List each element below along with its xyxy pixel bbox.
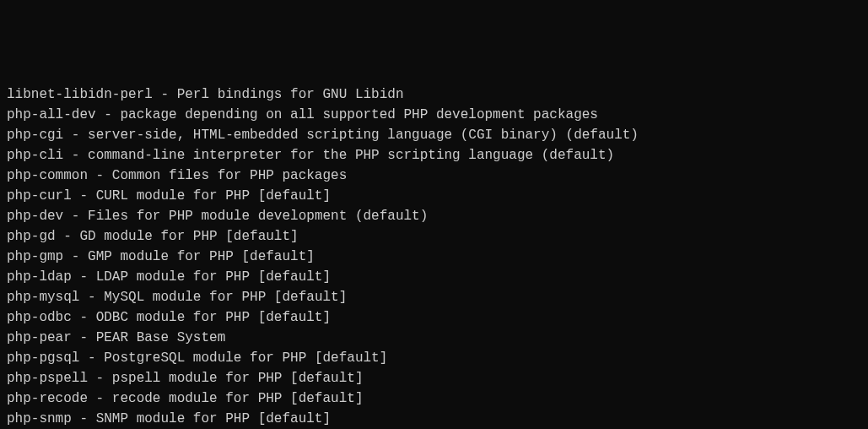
package-description: command-line interpreter for the PHP scr…: [88, 148, 614, 163]
package-line: php-cli - command-line interpreter for t…: [7, 145, 861, 166]
package-line: php-dev - Files for PHP module developme…: [7, 206, 861, 226]
package-description: SNMP module for PHP [default]: [96, 411, 331, 426]
package-description: Files for PHP module development (defaul…: [88, 209, 428, 224]
package-description: Perl bindings for GNU Libidn: [177, 87, 404, 102]
package-description: CURL module for PHP [default]: [96, 188, 331, 204]
package-name: php-pear: [7, 330, 72, 345]
separator: -: [96, 107, 121, 122]
separator: -: [88, 391, 112, 406]
package-line: php-gmp - GMP module for PHP [default]: [7, 247, 861, 267]
package-name: php-dev: [7, 209, 63, 224]
separator: -: [88, 168, 112, 183]
package-name: php-recode: [7, 391, 88, 406]
separator: -: [63, 249, 88, 264]
separator: -: [63, 128, 88, 143]
package-name: libnet-libidn-perl: [7, 87, 153, 102]
package-name: php-gd: [7, 229, 56, 244]
package-description: GD module for PHP [default]: [79, 229, 298, 244]
package-name: php-snmp: [7, 411, 72, 426]
separator: -: [72, 310, 96, 325]
package-description: server-side, HTML-embedded scripting lan…: [88, 128, 639, 143]
separator: -: [63, 148, 88, 163]
package-line: php-pgsql - PostgreSQL module for PHP [d…: [7, 348, 861, 368]
package-name: php-odbc: [7, 310, 72, 325]
separator: -: [72, 188, 96, 204]
separator: -: [56, 229, 80, 244]
package-line: php-mysql - MySQL module for PHP [defaul…: [7, 287, 861, 307]
separator: -: [63, 209, 88, 224]
package-name: php-pspell: [7, 371, 88, 386]
package-line: php-snmp - SNMP module for PHP [default]: [7, 409, 861, 429]
separator: -: [72, 269, 96, 285]
package-line: php-pear - PEAR Base System: [7, 328, 861, 348]
terminal-output: libnet-libidn-perl - Perl bindings for G…: [7, 84, 861, 429]
package-line: php-gd - GD module for PHP [default]: [7, 226, 861, 247]
separator: -: [88, 371, 112, 386]
package-name: php-ldap: [7, 269, 72, 285]
package-name: php-curl: [7, 188, 72, 204]
package-description: LDAP module for PHP [default]: [96, 269, 331, 285]
package-name: php-all-dev: [7, 107, 96, 122]
separator: -: [79, 290, 104, 305]
package-line: php-ldap - LDAP module for PHP [default]: [7, 267, 861, 287]
package-description: MySQL module for PHP [default]: [104, 290, 347, 305]
package-name: php-cgi: [7, 128, 63, 143]
package-name: php-cli: [7, 148, 63, 163]
package-line: php-cgi - server-side, HTML-embedded scr…: [7, 125, 861, 145]
package-line: libnet-libidn-perl - Perl bindings for G…: [7, 84, 861, 105]
separator: -: [153, 87, 177, 102]
package-description: GMP module for PHP [default]: [88, 249, 315, 264]
separator: -: [72, 411, 96, 426]
package-description: PostgreSQL module for PHP [default]: [104, 350, 387, 366]
package-description: recode module for PHP [default]: [112, 391, 364, 406]
package-line: php-common - Common files for PHP packag…: [7, 166, 861, 186]
package-line: php-recode - recode module for PHP [defa…: [7, 388, 861, 409]
package-line: php-pspell - pspell module for PHP [defa…: [7, 368, 861, 388]
package-description: ODBC module for PHP [default]: [96, 310, 331, 325]
separator: -: [79, 350, 104, 366]
package-line: php-curl - CURL module for PHP [default]: [7, 186, 861, 206]
package-description: package depending on all supported PHP d…: [120, 107, 598, 122]
package-name: php-gmp: [7, 249, 63, 264]
separator: -: [72, 330, 96, 345]
package-name: php-mysql: [7, 290, 79, 305]
package-line: php-odbc - ODBC module for PHP [default]: [7, 307, 861, 328]
package-name: php-pgsql: [7, 350, 79, 366]
package-description: PEAR Base System: [96, 330, 226, 345]
package-description: Common files for PHP packages: [112, 168, 347, 183]
package-line: php-all-dev - package depending on all s…: [7, 105, 861, 125]
package-description: pspell module for PHP [default]: [112, 371, 364, 386]
package-name: php-common: [7, 168, 88, 183]
